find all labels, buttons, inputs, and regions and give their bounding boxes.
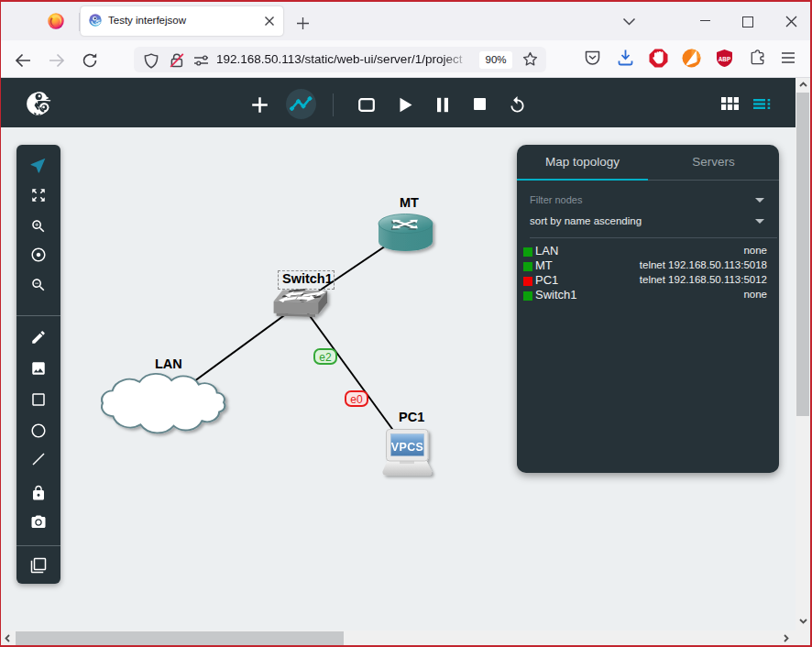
svg-text:ABP: ABP [719, 56, 731, 62]
svg-text:VPCS: VPCS [391, 441, 424, 454]
